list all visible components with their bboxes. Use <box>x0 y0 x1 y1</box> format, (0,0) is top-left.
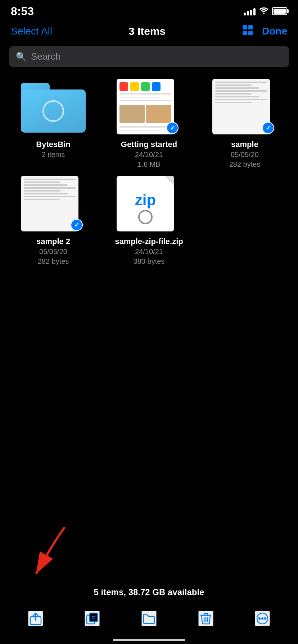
share-button[interactable] <box>28 611 43 626</box>
status-icons <box>244 6 287 16</box>
document-thumbnail <box>212 79 277 136</box>
wifi-icon <box>259 6 268 16</box>
file-size: 282 bytes <box>229 160 261 169</box>
list-item[interactable]: sample 2 05/05/20 282 bytes <box>7 176 99 266</box>
svg-rect-0 <box>243 25 247 29</box>
file-size: 282 bytes <box>38 257 69 266</box>
file-meta: 24/10/21 <box>135 151 163 159</box>
file-name: sample-zip-file.zip <box>115 237 183 246</box>
list-item[interactable]: Getting started 24/10/21 1.6 MB <box>103 79 195 169</box>
more-button[interactable] <box>255 611 270 626</box>
selected-badge <box>71 219 83 231</box>
svg-rect-7 <box>90 613 98 622</box>
svg-point-16 <box>262 618 263 619</box>
select-all-button[interactable]: Select All <box>11 26 52 37</box>
file-grid: BytesBin 2 items <box>0 73 298 271</box>
file-name: sample 2 <box>36 237 70 246</box>
file-meta: 05/05/20 <box>39 248 67 256</box>
search-icon: 🔍 <box>16 52 27 62</box>
list-item[interactable]: BytesBin 2 items <box>7 79 99 169</box>
file-meta: 2 items <box>42 151 65 159</box>
battery-icon <box>272 7 287 15</box>
search-input[interactable]: Search <box>31 51 60 62</box>
list-item[interactable]: zip sample-zip-file.zip 24/10/21 380 byt… <box>103 176 195 266</box>
selected-badge <box>166 122 179 134</box>
file-meta: 24/10/21 <box>135 248 163 256</box>
list-item[interactable]: sample 05/05/20 282 bytes <box>199 79 291 169</box>
done-button[interactable]: Done <box>262 26 287 37</box>
status-bar: 8:53 <box>0 0 298 19</box>
svg-point-15 <box>259 618 260 619</box>
file-size: 1.6 MB <box>137 160 160 169</box>
copy-button[interactable] <box>85 611 100 626</box>
svg-rect-1 <box>248 25 253 29</box>
svg-rect-3 <box>248 31 253 35</box>
zip-thumbnail: zip <box>117 176 181 233</box>
page-title: 3 Items <box>128 25 166 37</box>
storage-status: 5 items, 38.72 GB available <box>0 584 298 601</box>
file-size: 380 bytes <box>134 257 165 266</box>
search-container: 🔍 Search <box>0 43 298 73</box>
file-meta: 05/05/20 <box>231 151 259 159</box>
toolbar-right: Done <box>242 24 287 38</box>
home-indicator <box>113 639 185 641</box>
svg-rect-2 <box>243 31 247 35</box>
status-time: 8:53 <box>11 5 34 18</box>
toolbar: Select All 3 Items Done <box>0 19 298 43</box>
folder-button[interactable] <box>141 611 157 626</box>
file-name: Getting started <box>121 140 177 149</box>
document-thumbnail <box>21 176 86 233</box>
trash-button[interactable] <box>198 611 213 626</box>
signal-icon <box>244 7 256 15</box>
folder-thumbnail <box>21 79 86 136</box>
file-name: sample <box>231 140 258 149</box>
document-thumbnail <box>117 79 181 136</box>
annotation-arrow <box>7 524 72 581</box>
file-name: BytesBin <box>36 140 70 149</box>
grid-view-icon[interactable] <box>242 24 253 38</box>
selected-badge <box>262 122 274 134</box>
bottom-toolbar <box>0 607 298 633</box>
search-bar[interactable]: 🔍 Search <box>9 46 289 67</box>
svg-point-17 <box>265 618 266 619</box>
